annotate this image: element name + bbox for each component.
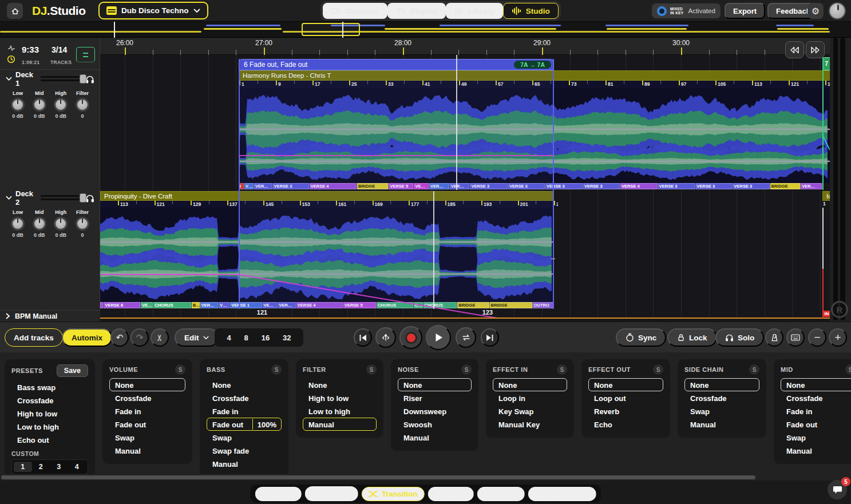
knob-dial[interactable] [11, 98, 25, 112]
option-low-to-high[interactable]: Low to high [11, 420, 88, 433]
custom-slot-3[interactable]: 3 [50, 462, 68, 472]
panel-solo-badge[interactable]: S [461, 364, 472, 375]
loop-button[interactable] [456, 327, 476, 348]
track1-waveform-region[interactable] [239, 88, 830, 183]
option-swap[interactable]: Swap [781, 431, 851, 444]
option-none[interactable]: None [109, 378, 185, 391]
timeline-minimap[interactable] [0, 22, 851, 38]
user-avatar[interactable] [829, 2, 846, 19]
option-crossfade[interactable]: Crossfade [109, 391, 185, 404]
deck-volume-slider[interactable] [41, 193, 82, 203]
view-tab-track[interactable]: Track [428, 487, 473, 501]
option-crossfade[interactable]: Crossfade [11, 394, 88, 407]
option-manual[interactable]: Manual [398, 431, 472, 444]
option-reverb[interactable]: Reverb [588, 404, 663, 418]
eq-knob-high[interactable]: High0 dB [51, 90, 70, 119]
option-manual[interactable]: Manual [109, 444, 185, 457]
view-tab-transition[interactable]: Transition [362, 487, 424, 501]
headphones-icon[interactable] [85, 194, 94, 203]
eq-knob-high[interactable]: High0 dB [51, 209, 70, 238]
option-crossfade[interactable]: Crossfade [781, 391, 851, 404]
option-swoosh[interactable]: Swoosh [398, 418, 472, 431]
view-tab-automation[interactable]: Automation [528, 487, 596, 501]
cut-button[interactable]: ✂ [151, 328, 169, 347]
view-tab-playlist[interactable]: Playlist [305, 486, 359, 501]
option-key-swap[interactable]: Key Swap [493, 404, 567, 418]
option-none[interactable]: None [207, 378, 282, 391]
zoom-in-button[interactable]: + [829, 328, 847, 347]
option-echo-out[interactable]: Echo out [11, 433, 88, 446]
option-manual[interactable]: Manual [303, 418, 377, 431]
view-tab-zoom[interactable]: Zoom [255, 487, 301, 501]
option-none[interactable]: None [398, 378, 472, 391]
undo-button[interactable]: ↶ [110, 328, 129, 347]
panel-solo-badge[interactable]: S [175, 364, 185, 375]
panel-solo-badge[interactable]: S [366, 364, 377, 375]
tab-playlist[interactable]: Playlist [387, 3, 446, 19]
eq-knob-mid[interactable]: Mid0 dB [30, 209, 49, 238]
option-value[interactable]: 100% [252, 419, 281, 430]
track2-waveform-region[interactable] [100, 208, 554, 302]
option-high-to-low[interactable]: High to low [303, 391, 377, 404]
option-swap[interactable]: Swap [207, 431, 282, 444]
transition-header[interactable]: 6 Fade out, Fade out 7A → 7A [239, 59, 554, 70]
automix-button[interactable]: Automix [62, 328, 112, 347]
tab-carousel[interactable]: Carousel [323, 3, 387, 19]
eq-knob-low[interactable]: Low0 dB [8, 90, 27, 119]
grid-size-32[interactable]: 32 [283, 334, 291, 342]
grid-size-4[interactable]: 4 [227, 334, 231, 342]
skip-to-start-button[interactable] [354, 328, 372, 347]
option-loop-out[interactable]: Loop out [588, 391, 663, 404]
option-fade-out[interactable]: Fade out100% [207, 418, 282, 431]
option-fade-in[interactable]: Fade in [781, 404, 851, 418]
vertical-scrollbar-thumb[interactable] [840, 38, 845, 320]
jump-back-button[interactable] [785, 41, 804, 58]
master-display[interactable] [76, 47, 95, 62]
grid-size-8[interactable]: 8 [244, 334, 248, 342]
eq-knob-low[interactable]: Low0 dB [8, 209, 27, 238]
play-button[interactable] [426, 325, 451, 350]
option-manual[interactable]: Manual [684, 418, 759, 431]
option-fade-in[interactable]: Fade in [207, 404, 282, 418]
jump-forward-button[interactable] [806, 41, 825, 58]
grid-size-16[interactable]: 16 [262, 334, 270, 342]
settings-button[interactable]: ⚙ [808, 3, 824, 19]
tab-studio[interactable]: Studio [503, 3, 559, 19]
knob-dial[interactable] [54, 98, 68, 112]
knob-dial[interactable] [11, 217, 25, 231]
solo-button[interactable]: Solo [715, 328, 764, 347]
home-button[interactable] [7, 3, 23, 19]
option-manual[interactable]: Manual [207, 457, 282, 470]
option-manual[interactable]: Manual [781, 444, 851, 457]
option-fade-out[interactable]: Fade out [781, 418, 851, 431]
knob-dial[interactable] [76, 217, 89, 231]
minimap-viewport[interactable] [302, 23, 360, 36]
skip-to-end-button[interactable] [481, 328, 499, 347]
option-none[interactable]: None [493, 378, 567, 391]
knob-dial[interactable] [33, 98, 46, 112]
option-none[interactable]: None [303, 378, 377, 391]
option-bass-swap[interactable]: Bass swap [11, 380, 88, 394]
jump-to-playhead-button[interactable] [375, 327, 396, 348]
zoom-out-button[interactable]: − [808, 328, 826, 347]
headphones-icon[interactable] [85, 75, 94, 84]
save-preset-button[interactable]: Save [57, 364, 88, 377]
knob-dial[interactable] [54, 217, 68, 231]
option-fade-in[interactable]: Fade in [109, 404, 185, 418]
option-swap[interactable]: Swap [684, 404, 759, 418]
export-button[interactable]: Export [725, 3, 765, 19]
custom-slot-4[interactable]: 4 [68, 462, 86, 472]
panel-solo-badge[interactable]: S [845, 364, 851, 375]
edit-menu-button[interactable]: Edit [175, 328, 219, 347]
option-fade-out[interactable]: Fade out [109, 418, 185, 431]
panel-solo-badge[interactable]: S [557, 364, 567, 375]
eq-knob-filter[interactable]: Filter0 [73, 209, 92, 238]
track2-title-bar[interactable]: Propinquity - Dive Craft [100, 191, 554, 201]
project-selector[interactable]: Dub Disco Techno [98, 2, 208, 19]
option-none[interactable]: None [684, 378, 759, 391]
option-echo[interactable]: Echo [588, 418, 663, 431]
vertical-scrollbar-track[interactable] [833, 38, 838, 320]
arrangement-area[interactable]: 26:0027:0028:0029:0030:00 Harmony Runs D… [100, 38, 830, 322]
lock-button[interactable]: Lock [667, 328, 717, 347]
view-tab-video[interactable]: Video [477, 487, 524, 501]
